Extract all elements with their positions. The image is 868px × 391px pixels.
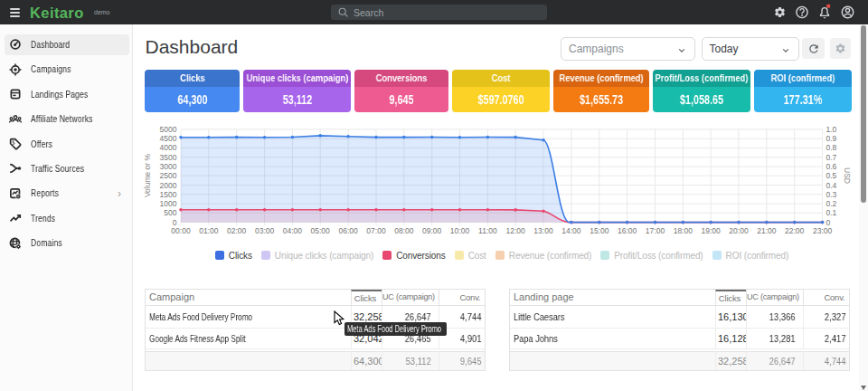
svg-text:11:00: 11:00 xyxy=(478,226,497,235)
svg-text:21:00: 21:00 xyxy=(757,226,777,235)
svg-text:0.8: 0.8 xyxy=(826,143,837,152)
svg-text:12:00: 12:00 xyxy=(506,226,526,235)
svg-text:USD: USD xyxy=(843,167,852,184)
svg-text:22:00: 22:00 xyxy=(785,226,805,235)
svg-text:07:00: 07:00 xyxy=(366,226,386,235)
svg-text:4000: 4000 xyxy=(160,143,177,152)
svg-text:5000: 5000 xyxy=(160,125,177,134)
svg-text:00:00: 00:00 xyxy=(171,226,191,235)
svg-text:0.3: 0.3 xyxy=(826,190,837,199)
svg-text:4500: 4500 xyxy=(160,134,177,143)
svg-text:0.2: 0.2 xyxy=(826,199,837,208)
svg-text:1.0: 1.0 xyxy=(826,125,837,134)
svg-text:1500: 1500 xyxy=(160,190,177,199)
svg-text:Volume or %: Volume or % xyxy=(143,153,152,197)
svg-text:09:00: 09:00 xyxy=(422,226,442,235)
svg-text:16:00: 16:00 xyxy=(618,226,637,235)
svg-text:02:00: 02:00 xyxy=(227,226,247,235)
svg-text:05:00: 05:00 xyxy=(311,226,331,235)
svg-text:01:00: 01:00 xyxy=(199,226,219,235)
svg-text:19:00: 19:00 xyxy=(701,226,721,235)
svg-text:10:00: 10:00 xyxy=(450,226,470,235)
svg-text:2000: 2000 xyxy=(160,181,177,190)
svg-text:13:00: 13:00 xyxy=(533,226,553,235)
svg-text:14:00: 14:00 xyxy=(561,226,581,235)
svg-text:15:00: 15:00 xyxy=(590,226,609,235)
svg-text:18:00: 18:00 xyxy=(674,226,693,235)
svg-text:06:00: 06:00 xyxy=(338,226,358,235)
svg-text:0.4: 0.4 xyxy=(826,181,837,190)
svg-text:3500: 3500 xyxy=(160,153,177,162)
svg-text:17:00: 17:00 xyxy=(646,226,665,235)
svg-text:03:00: 03:00 xyxy=(255,226,275,235)
svg-text:23:00: 23:00 xyxy=(813,226,833,235)
svg-text:0.6: 0.6 xyxy=(826,162,837,171)
svg-text:3000: 3000 xyxy=(160,162,177,171)
svg-text:1000: 1000 xyxy=(160,199,177,208)
svg-text:0.9: 0.9 xyxy=(826,134,837,143)
svg-text:04:00: 04:00 xyxy=(283,226,303,235)
svg-text:0.5: 0.5 xyxy=(826,171,837,180)
svg-text:20:00: 20:00 xyxy=(729,226,749,235)
svg-text:0.7: 0.7 xyxy=(826,153,837,162)
svg-text:08:00: 08:00 xyxy=(394,226,414,235)
svg-text:500: 500 xyxy=(164,208,176,217)
svg-text:2500: 2500 xyxy=(160,171,177,180)
svg-text:0.1: 0.1 xyxy=(826,208,837,217)
